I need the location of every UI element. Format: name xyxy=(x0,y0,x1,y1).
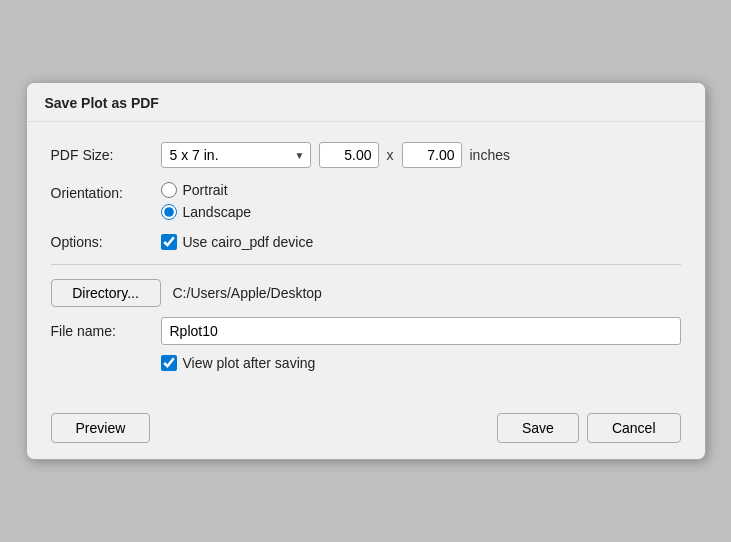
portrait-label: Portrait xyxy=(183,182,228,198)
footer-right: Save Cancel xyxy=(497,413,681,443)
cairo-label: Use cairo_pdf device xyxy=(183,234,314,250)
view-plot-label: View plot after saving xyxy=(183,355,316,371)
landscape-label: Landscape xyxy=(183,204,252,220)
landscape-radio[interactable] xyxy=(161,204,177,220)
landscape-radio-row[interactable]: Landscape xyxy=(161,204,252,220)
inches-label: inches xyxy=(470,147,510,163)
save-button[interactable]: Save xyxy=(497,413,579,443)
height-input[interactable]: 7.00 xyxy=(402,142,462,168)
size-x-separator: x xyxy=(387,147,394,163)
portrait-radio[interactable] xyxy=(161,182,177,198)
view-plot-label-wrapper[interactable]: View plot after saving xyxy=(161,355,316,371)
dialog-footer: Preview Save Cancel xyxy=(27,403,705,459)
separator xyxy=(51,264,681,265)
pdf-size-label: PDF Size: xyxy=(51,147,161,163)
preview-button[interactable]: Preview xyxy=(51,413,151,443)
view-plot-checkbox[interactable] xyxy=(161,355,177,371)
file-name-label: File name: xyxy=(51,323,161,339)
pdf-size-row: PDF Size: 5 x 7 in. 4 x 6 in. 6 x 9 in. … xyxy=(51,142,681,168)
width-input[interactable]: 5.00 xyxy=(319,142,379,168)
directory-button[interactable]: Directory... xyxy=(51,279,161,307)
pdf-size-select[interactable]: 5 x 7 in. 4 x 6 in. 6 x 9 in. 8.5 x 11 i… xyxy=(161,142,311,168)
save-plot-dialog: Save Plot as PDF PDF Size: 5 x 7 in. 4 x… xyxy=(26,82,706,460)
cairo-label-wrapper[interactable]: Use cairo_pdf device xyxy=(161,234,314,250)
dialog-title: Save Plot as PDF xyxy=(27,83,705,122)
pdf-size-select-wrapper: 5 x 7 in. 4 x 6 in. 6 x 9 in. 8.5 x 11 i… xyxy=(161,142,311,168)
pdf-size-content: 5 x 7 in. 4 x 6 in. 6 x 9 in. 8.5 x 11 i… xyxy=(161,142,681,168)
directory-path: C:/Users/Apple/Desktop xyxy=(173,285,322,301)
options-row: Options: Use cairo_pdf device xyxy=(51,234,681,250)
directory-row: Directory... C:/Users/Apple/Desktop xyxy=(51,279,681,307)
footer-left: Preview xyxy=(51,413,151,443)
orientation-row: Orientation: Portrait Landscape xyxy=(51,182,681,220)
filename-input[interactable] xyxy=(161,317,681,345)
orientation-group: Portrait Landscape xyxy=(161,182,252,220)
options-label: Options: xyxy=(51,234,161,250)
orientation-label: Orientation: xyxy=(51,182,161,201)
view-plot-row: View plot after saving xyxy=(161,355,681,371)
cairo-checkbox[interactable] xyxy=(161,234,177,250)
portrait-radio-row[interactable]: Portrait xyxy=(161,182,252,198)
filename-row: File name: xyxy=(51,317,681,345)
cairo-checkbox-row: Use cairo_pdf device xyxy=(161,234,314,250)
cancel-button[interactable]: Cancel xyxy=(587,413,681,443)
